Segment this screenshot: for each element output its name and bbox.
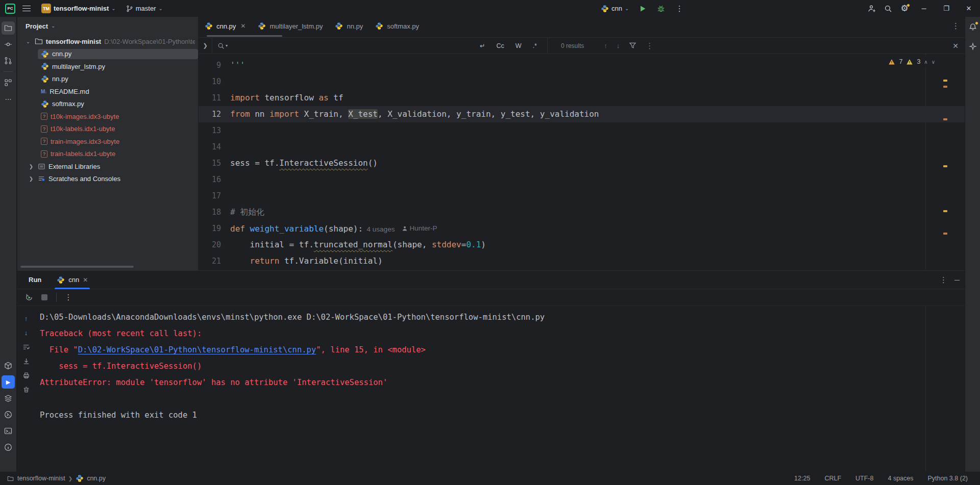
- minimize-button[interactable]: ─: [913, 0, 935, 17]
- settings-button[interactable]: ⚙: [896, 2, 913, 16]
- code-line-15[interactable]: 15sess = tf.InteractiveSession(): [199, 155, 965, 171]
- tree-item-inner[interactable]: multilayer_lstm.py: [38, 61, 198, 71]
- tabs-scrollbar[interactable]: [207, 35, 282, 37]
- tab-nn-py[interactable]: nn.py: [329, 17, 369, 35]
- search-option-W[interactable]: W: [512, 41, 525, 50]
- more-run-actions-button[interactable]: ⋮: [671, 2, 688, 16]
- tool-strip-pull-requests[interactable]: [2, 54, 15, 67]
- status-python-3-8-2-[interactable]: Python 3.8 (2): [927, 475, 968, 482]
- run-more-options-icon[interactable]: ⋮: [62, 291, 75, 303]
- tree-item-inner[interactable]: softmax.py: [38, 99, 198, 109]
- tree-item[interactable]: ❯Scratches and Consoles: [17, 173, 198, 186]
- tool-strip-more-tool-windows[interactable]: ⋯: [2, 92, 15, 106]
- inspection-mark[interactable]: [943, 80, 947, 82]
- inspections-widget[interactable]: 7 3 ∧ ∨: [885, 57, 938, 66]
- rerun-button[interactable]: [22, 291, 36, 303]
- arrow-down-icon[interactable]: ↓: [20, 327, 32, 338]
- tool-strip-python-packages[interactable]: [2, 359, 15, 372]
- project-widget[interactable]: TM tensorflow-minist ⌄: [38, 2, 119, 15]
- project-horizontal-scrollbar[interactable]: [20, 266, 134, 268]
- tab-softmax-py[interactable]: softmax.py: [369, 17, 425, 35]
- next-occurrence-icon[interactable]: ↓: [612, 41, 625, 50]
- arrow-up-icon[interactable]: ↑: [20, 313, 32, 323]
- run-panel-options-icon[interactable]: ⋮: [940, 275, 947, 285]
- search-input[interactable]: ▾: [212, 37, 470, 54]
- close-icon[interactable]: ✕: [83, 276, 88, 284]
- tree-item-inner[interactable]: ?train-labels.idx1-ubyte: [38, 149, 198, 159]
- inspection-mark[interactable]: [943, 233, 947, 235]
- soft-wrap-icon[interactable]: [20, 342, 32, 352]
- scroll-end-icon[interactable]: [20, 356, 32, 366]
- tab-cnn-py[interactable]: cnn.py✕: [199, 17, 252, 35]
- tree-item[interactable]: cnn.py: [17, 48, 198, 61]
- code-line-19[interactable]: 19def weight_variable(shape): 4 usagesHu…: [199, 220, 965, 237]
- close-button[interactable]: ✕: [958, 0, 980, 17]
- debug-button[interactable]: [653, 2, 669, 16]
- tree-item-inner[interactable]: nn.py: [38, 74, 198, 84]
- search-option-[interactable]: ↵: [477, 41, 488, 50]
- breadcrumb-project[interactable]: tensorflow-minist: [17, 475, 65, 482]
- inspection-mark[interactable]: [943, 165, 947, 167]
- filter-icon[interactable]: [624, 41, 641, 50]
- tree-root-inner[interactable]: ⌄tensorflow-minist D:\02-WorkSpace\01-Py…: [21, 36, 198, 46]
- code-line-9[interactable]: 9''': [199, 57, 965, 73]
- code-line-11[interactable]: 11import tensorflow as tf: [199, 90, 965, 106]
- tool-strip-services[interactable]: [2, 392, 15, 405]
- close-search-icon[interactable]: ✕: [952, 42, 959, 50]
- code-editor[interactable]: 7 3 ∧ ∨ 9'''1011import tensorflow as tf1…: [199, 54, 965, 270]
- code-line-17[interactable]: 17: [199, 188, 965, 204]
- tree-item-inner[interactable]: ?t10k-labels.idx1-ubyte: [38, 124, 198, 134]
- inspection-mark[interactable]: [943, 118, 947, 120]
- status-12-25[interactable]: 12:25: [794, 475, 810, 482]
- code-line-20[interactable]: 20 initial = tf.truncated_normal(shape, …: [199, 237, 965, 253]
- tree-item[interactable]: softmax.py: [17, 98, 198, 111]
- tree-item[interactable]: nn.py: [17, 73, 198, 86]
- code-line-16[interactable]: 16: [199, 171, 965, 188]
- inspection-mark[interactable]: [943, 210, 947, 212]
- tree-item-inner[interactable]: cnn.py: [38, 49, 198, 59]
- chevron-right-icon[interactable]: ❯: [28, 164, 35, 169]
- code-line-18[interactable]: 18# 初始化: [199, 204, 965, 220]
- project-panel-title[interactable]: Project: [26, 22, 48, 30]
- tree-root[interactable]: ⌄tensorflow-minist D:\02-WorkSpace\01-Py…: [17, 35, 198, 48]
- tree-item[interactable]: ❯External Libraries: [17, 160, 198, 173]
- tab-multilayer_lstm-py[interactable]: multilayer_lstm.py: [252, 17, 329, 35]
- error-stripe[interactable]: [943, 54, 947, 270]
- code-with-me-button[interactable]: [864, 2, 880, 16]
- run-config-widget[interactable]: cnn ⌄: [597, 3, 632, 14]
- print-icon[interactable]: [20, 370, 32, 380]
- trash-icon[interactable]: [20, 385, 32, 395]
- tree-item-inner[interactable]: ❯External Libraries: [24, 162, 198, 171]
- status-crlf[interactable]: CRLF: [824, 475, 841, 482]
- breadcrumb-file[interactable]: cnn.py: [87, 475, 106, 482]
- tab-list-icon[interactable]: ⋮: [952, 21, 960, 31]
- tool-strip-run[interactable]: ▶: [2, 375, 15, 389]
- close-icon[interactable]: ✕: [240, 22, 246, 30]
- tree-item-inner[interactable]: ?t10k-images.idx3-ubyte: [38, 112, 198, 121]
- tool-strip-problems[interactable]: [2, 441, 15, 454]
- code-line-12[interactable]: 12from nn import X_train, X_test, X_vali…: [199, 106, 965, 122]
- tree-item-inner[interactable]: M↓README.md: [38, 87, 198, 96]
- search-option-[interactable]: .*: [530, 41, 540, 50]
- tree-item[interactable]: multilayer_lstm.py: [17, 60, 198, 73]
- tree-item[interactable]: ?t10k-images.idx3-ubyte: [17, 110, 198, 123]
- tool-strip-notifications[interactable]: [967, 21, 979, 33]
- tool-strip-ai-assistant[interactable]: [967, 40, 979, 53]
- tool-strip-structure[interactable]: [2, 76, 15, 89]
- tool-strip-terminal[interactable]: [2, 424, 15, 438]
- restore-button[interactable]: ❐: [935, 0, 958, 17]
- inspection-mark[interactable]: [943, 86, 947, 88]
- code-line-10[interactable]: 10: [199, 73, 965, 90]
- code-line-21[interactable]: 21 return tf.Variable(initial): [199, 253, 965, 269]
- tree-item[interactable]: ?train-images.idx3-ubyte: [17, 135, 198, 148]
- run-button[interactable]: [634, 2, 651, 16]
- search-everywhere-button[interactable]: [880, 2, 896, 16]
- status-utf-8[interactable]: UTF-8: [855, 475, 873, 482]
- next-problem-icon[interactable]: ∨: [932, 59, 935, 65]
- code-line-14[interactable]: 14: [199, 139, 965, 155]
- vcs-widget[interactable]: master ⌄: [122, 3, 166, 14]
- tree-item-inner[interactable]: ❯Scratches and Consoles: [24, 174, 198, 184]
- code-line-13[interactable]: 13: [199, 122, 965, 139]
- tree-item-inner[interactable]: ?train-images.idx3-ubyte: [38, 137, 198, 146]
- chevron-right-icon[interactable]: ❯: [28, 176, 35, 182]
